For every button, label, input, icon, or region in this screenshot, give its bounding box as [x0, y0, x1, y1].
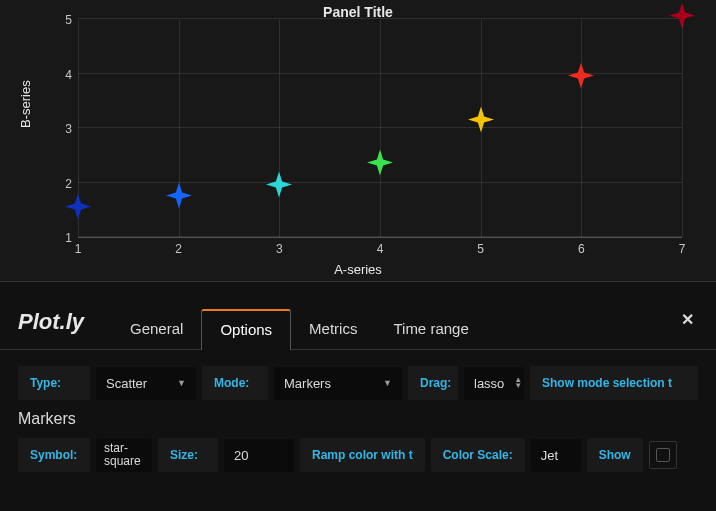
type-label: Type:: [18, 366, 90, 400]
show-checkbox[interactable]: [649, 441, 677, 469]
checkbox-icon: [656, 448, 670, 462]
tabs: General Options Metrics Time range: [112, 308, 487, 349]
colorscale-select[interactable]: Jet: [531, 439, 581, 472]
data-point[interactable]: [468, 106, 494, 135]
options-form: Type: Scatter ▼ Mode: Markers ▼ Drag: la…: [0, 350, 716, 472]
tab-general[interactable]: General: [112, 310, 201, 349]
mode-select[interactable]: Markers ▼: [274, 367, 402, 400]
panel-title: Panel Title: [0, 0, 716, 20]
tab-time-range[interactable]: Time range: [375, 310, 486, 349]
show-button[interactable]: Show: [587, 438, 643, 472]
plugin-brand: Plot.ly: [18, 309, 84, 349]
chevron-down-icon: ▼: [383, 378, 392, 388]
drag-label: Drag:: [408, 366, 458, 400]
chevron-down-icon: ▼: [177, 378, 186, 388]
y-axis-label: B-series: [18, 80, 33, 128]
y-tick: 5: [50, 13, 72, 27]
x-tick: 3: [276, 242, 283, 256]
x-tick: 1: [75, 242, 82, 256]
markers-section-title: Markers: [18, 410, 698, 428]
data-point[interactable]: [568, 63, 594, 92]
x-tick: 7: [679, 242, 686, 256]
symbol-label: Symbol:: [18, 438, 90, 472]
colorscale-label: Color Scale:: [431, 438, 525, 472]
size-value: 20: [234, 448, 248, 463]
stepper-icon: ▲▼: [514, 377, 522, 389]
size-label: Size:: [158, 438, 218, 472]
data-point[interactable]: [166, 183, 192, 212]
x-axis-label: A-series: [0, 262, 716, 277]
symbol-value: star-square: [104, 442, 144, 468]
tab-metrics[interactable]: Metrics: [291, 310, 375, 349]
x-tick: 6: [578, 242, 585, 256]
colorscale-value: Jet: [541, 448, 558, 463]
tab-options[interactable]: Options: [201, 309, 291, 350]
x-tick: 4: [377, 242, 384, 256]
y-tick: 3: [50, 122, 72, 136]
y-tick: 1: [50, 231, 72, 245]
drag-select[interactable]: lasso ▲▼: [464, 367, 524, 400]
type-select[interactable]: Scatter ▼: [96, 367, 196, 400]
data-point[interactable]: [266, 172, 292, 201]
close-icon[interactable]: ✕: [681, 310, 694, 329]
plot-area[interactable]: [78, 20, 682, 238]
x-tick: 5: [477, 242, 484, 256]
drag-value: lasso: [474, 376, 504, 391]
type-value: Scatter: [106, 376, 147, 391]
y-tick: 4: [50, 68, 72, 82]
y-tick: 2: [50, 177, 72, 191]
data-point[interactable]: [669, 3, 695, 32]
data-point[interactable]: [65, 194, 91, 223]
data-point[interactable]: [367, 150, 393, 179]
chart-panel: Panel Title 1 2 3 4 5 B-series: [0, 0, 716, 282]
mode-label: Mode:: [202, 366, 268, 400]
ramp-color-label: Ramp color with t: [300, 438, 425, 472]
size-input[interactable]: 20: [224, 439, 294, 472]
x-tick: 2: [175, 242, 182, 256]
show-mode-selection-button[interactable]: Show mode selection t: [530, 366, 698, 400]
mode-value: Markers: [284, 376, 331, 391]
symbol-select[interactable]: star-square: [96, 438, 152, 472]
editor-header: Plot.ly General Options Metrics Time ran…: [0, 282, 716, 350]
